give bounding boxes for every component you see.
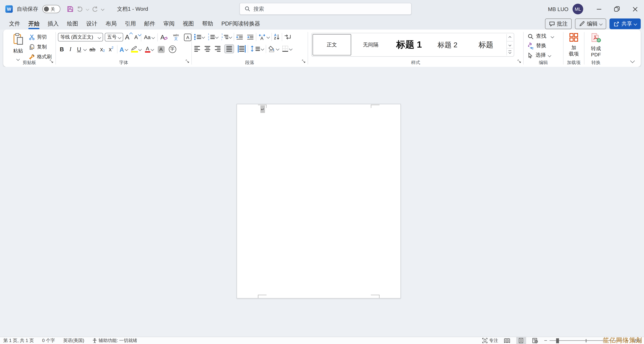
accessibility-status[interactable]: 辅助功能: 一切就绪 — [92, 338, 137, 344]
highlight-dropdown-icon[interactable] — [138, 47, 142, 51]
font-color-dropdown-icon[interactable] — [150, 47, 154, 51]
styles-scroll-up[interactable] — [507, 34, 513, 41]
read-mode-button[interactable] — [502, 337, 512, 344]
align-left-button[interactable] — [194, 46, 200, 52]
user-name[interactable]: MB LUO — [548, 6, 568, 12]
character-shading-button[interactable]: A — [158, 46, 164, 53]
underline-dropdown-icon[interactable] — [83, 47, 87, 51]
asian-layout-button[interactable]: A — [258, 34, 270, 40]
tab-insert[interactable]: 插入 — [44, 18, 63, 30]
tab-pdf-converter[interactable]: PDF阅读转换器 — [217, 18, 264, 30]
zoom-out-button[interactable]: − — [544, 338, 547, 344]
print-layout-button[interactable] — [516, 337, 526, 344]
strikethrough-button[interactable]: ab — [87, 45, 98, 53]
grow-font-button[interactable]: A — [125, 33, 129, 41]
numbering-dropdown-icon[interactable] — [215, 35, 219, 39]
numbering-button[interactable]: 1 2 3 — [208, 33, 215, 41]
language-indicator[interactable]: 英语(美国) — [63, 338, 84, 344]
justify-button[interactable] — [224, 44, 234, 53]
format-painter-button[interactable]: 格式刷 — [29, 53, 52, 60]
tab-review[interactable]: 审阅 — [159, 18, 178, 30]
style-heading-1[interactable]: 标题 1 — [390, 34, 428, 55]
addins-button[interactable]: 加载项 — [564, 33, 584, 57]
focus-mode-button[interactable]: 专注 — [482, 338, 498, 344]
bullets-button[interactable] — [194, 34, 201, 40]
undo-dropdown-icon[interactable] — [86, 7, 89, 11]
increase-indent-button[interactable] — [247, 34, 254, 39]
style-heading-2[interactable]: 标题 2 — [429, 34, 466, 55]
paste-button[interactable]: 粘贴 — [9, 33, 27, 62]
change-case-button[interactable]: Aa — [144, 34, 154, 40]
phonetic-guide-button[interactable]: wén 文 — [173, 34, 179, 40]
character-border-button[interactable]: A — [184, 33, 191, 41]
superscript-button[interactable]: x2 — [107, 45, 115, 53]
tab-mailings[interactable]: 邮件 — [140, 18, 159, 30]
tab-view[interactable]: 视图 — [178, 18, 198, 30]
show-marks-button[interactable] — [284, 34, 291, 40]
font-dialog-launcher[interactable] — [186, 57, 189, 65]
save-icon[interactable] — [67, 6, 74, 12]
convert-pdf-button[interactable]: 转成PDF — [584, 33, 608, 58]
restore-button[interactable] — [608, 0, 626, 18]
tab-draw[interactable]: 绘图 — [63, 18, 82, 30]
bold-button[interactable]: B — [58, 45, 66, 53]
share-button[interactable]: 共享 — [610, 18, 641, 29]
multilevel-list-button[interactable]: 1 a i — [222, 33, 228, 41]
web-layout-button[interactable] — [530, 337, 540, 344]
text-effects-button[interactable]: A — [120, 46, 128, 53]
styles-gallery-more[interactable] — [507, 49, 513, 55]
font-size-select[interactable]: 五号 — [105, 33, 123, 41]
search-input[interactable]: 搜索 — [240, 3, 412, 15]
font-name-select[interactable]: 等线 (西文正文) — [58, 33, 103, 41]
styles-scroll-down[interactable] — [507, 41, 513, 49]
shrink-font-button[interactable]: A — [134, 34, 138, 40]
find-button[interactable]: 查找 — [528, 33, 563, 40]
tab-help[interactable]: 帮助 — [198, 18, 217, 30]
tab-references[interactable]: 引用 — [121, 18, 140, 30]
paragraph-dialog-launcher[interactable] — [302, 57, 306, 65]
paragraph-mark-cursor[interactable]: ↵ — [260, 105, 265, 113]
multilevel-dropdown-icon[interactable] — [229, 35, 232, 39]
shading-button[interactable] — [268, 46, 279, 52]
zoom-slider-thumb[interactable] — [556, 338, 559, 343]
minimize-button[interactable] — [590, 0, 608, 18]
page-indicator[interactable]: 第 1 页, 共 1 页 — [3, 338, 34, 344]
word-count[interactable]: 0 个字 — [42, 338, 55, 344]
underline-button[interactable]: U — [75, 45, 83, 53]
subscript-button[interactable]: x2 — [98, 45, 106, 53]
select-button[interactable]: 选择 — [528, 52, 563, 59]
tab-layout[interactable]: 布局 — [102, 18, 121, 30]
line-spacing-button[interactable] — [250, 46, 264, 52]
cut-button[interactable]: 剪切 — [29, 34, 52, 41]
avatar[interactable]: ML — [572, 4, 583, 14]
copy-button[interactable]: 复制 — [29, 43, 52, 51]
align-center-button[interactable] — [204, 46, 210, 52]
autosave-toggle[interactable]: 关 — [42, 5, 60, 13]
decrease-indent-button[interactable] — [236, 34, 243, 39]
style-normal[interactable]: 正文 — [312, 34, 351, 55]
distribute-button[interactable] — [238, 46, 246, 52]
borders-button[interactable] — [282, 46, 292, 52]
tab-file[interactable]: 文件 — [5, 18, 24, 30]
undo-icon[interactable] — [76, 6, 84, 12]
document-page[interactable]: ↵ — [237, 104, 401, 299]
tab-home[interactable]: 开始 — [24, 18, 44, 30]
bullets-dropdown-icon[interactable] — [202, 35, 205, 39]
sort-button[interactable]: AZ — [274, 34, 280, 40]
style-title[interactable]: 标题 — [467, 34, 505, 55]
clipboard-dialog-launcher[interactable] — [50, 57, 53, 65]
close-button[interactable] — [626, 0, 644, 18]
styles-dialog-launcher[interactable] — [518, 57, 521, 65]
collapse-ribbon-button[interactable] — [631, 57, 634, 64]
font-color-button[interactable]: A — [145, 46, 150, 52]
document-canvas[interactable]: ↵ — [0, 67, 644, 338]
replace-button[interactable]: b c 替换 — [528, 42, 563, 49]
editing-mode-button[interactable]: 编辑 — [575, 18, 606, 29]
clear-formatting-button[interactable]: A — [160, 34, 168, 41]
style-no-spacing[interactable]: 无间隔 — [352, 34, 390, 55]
qat-customize-icon[interactable] — [101, 7, 104, 11]
tab-design[interactable]: 设计 — [82, 18, 102, 30]
align-right-button[interactable] — [215, 46, 220, 52]
highlight-color-button[interactable] — [131, 46, 138, 52]
enclose-characters-button[interactable]: 字 — [168, 46, 176, 53]
